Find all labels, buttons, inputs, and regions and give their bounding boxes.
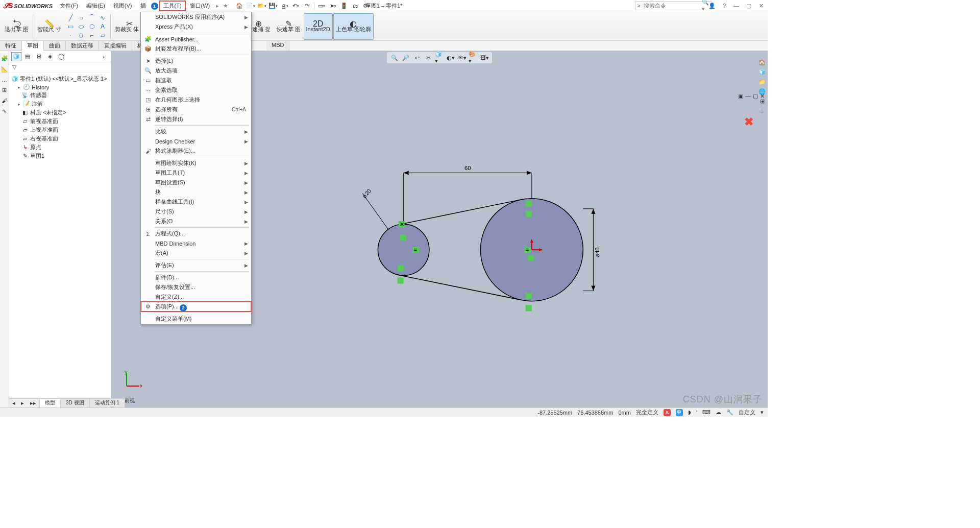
ime-punct-icon[interactable]: ' xyxy=(696,410,697,416)
tree-sensors[interactable]: 📡传感器 xyxy=(10,91,110,100)
exit-sketch-button[interactable]: ⮌退出草 图 xyxy=(2,13,31,40)
qat-undo-icon[interactable]: ↶▾ xyxy=(290,1,301,11)
line-icon[interactable]: ╱ xyxy=(65,14,76,22)
fillet-icon[interactable]: ⌐ xyxy=(87,31,97,39)
dd-save-restore[interactable]: 保存/恢复设置... xyxy=(141,282,251,292)
spline-icon[interactable]: ∿ xyxy=(97,14,108,22)
dd-select-on-geometry[interactable]: ◳在几何图形上选择 xyxy=(141,95,251,105)
tree-history[interactable]: ▸🕘History xyxy=(10,83,110,91)
minimize-button[interactable]: — xyxy=(732,1,741,10)
tab-mbd[interactable]: MBD xyxy=(266,41,289,51)
doc-close-icon[interactable]: ✕ xyxy=(760,93,765,100)
dd-mbd-dimension[interactable]: MBD Dimension▶ xyxy=(141,238,251,248)
dd-xpress[interactable]: Xpress 产品(X)▶ xyxy=(141,22,251,32)
menu-edit[interactable]: 编辑(E) xyxy=(82,1,109,11)
qat-cursor-icon[interactable]: ➤▾ xyxy=(328,1,338,11)
search-input[interactable] xyxy=(642,3,700,9)
polygon-icon[interactable]: ⬡ xyxy=(87,22,97,31)
text-icon[interactable]: A xyxy=(97,22,108,31)
tab-data-migration[interactable]: 数据迁移 xyxy=(66,41,99,51)
menu-overflow-icon[interactable]: ▸ xyxy=(214,3,221,9)
menu-view[interactable]: 视图(V) xyxy=(109,1,136,11)
bt-prev-icon[interactable]: ◂ xyxy=(12,400,15,406)
qat-redo-icon[interactable]: ↷ xyxy=(302,1,312,11)
doc-min-icon[interactable]: — xyxy=(745,93,751,100)
tab-surface[interactable]: 曲面 xyxy=(44,41,66,51)
bottom-tab-model[interactable]: 模型 xyxy=(40,399,61,407)
qat-open-icon[interactable]: 📂▾ xyxy=(257,1,267,11)
lt-icon-1[interactable]: 🧩 xyxy=(1,55,8,62)
close-button[interactable]: ✕ xyxy=(756,1,766,10)
tree-tab-property-icon[interactable]: ▤ xyxy=(22,52,33,61)
tree-annotations[interactable]: ▸📝注解 xyxy=(10,100,110,108)
tree-tab-config-icon[interactable]: ⊞ xyxy=(34,52,44,61)
lt-icon-3[interactable]: … xyxy=(2,77,7,83)
dd-compare[interactable]: 比较▶ xyxy=(141,127,251,136)
tree-origin[interactable]: ↳原点 xyxy=(10,143,110,152)
menu-file[interactable]: 文件(F) xyxy=(56,1,82,11)
status-dropdown-icon[interactable]: ▾ xyxy=(761,409,764,416)
circle-icon[interactable]: ○ xyxy=(76,14,86,22)
dd-macro[interactable]: 宏(A)▶ xyxy=(141,248,251,258)
slot-icon[interactable]: ⬭ xyxy=(76,22,86,31)
user-icon[interactable]: 👤 xyxy=(707,1,717,10)
menu-window[interactable]: 窗口(W) xyxy=(186,1,214,11)
lt-icon-6[interactable]: ∿ xyxy=(2,108,7,114)
tab-feature[interactable]: 特征 xyxy=(0,41,22,51)
qat-print-icon[interactable]: 🖨▾ xyxy=(279,1,289,11)
rapid-sketch-button[interactable]: ✎快速草 图 xyxy=(274,13,303,40)
dd-customize[interactable]: 自定义(Z)... xyxy=(141,292,251,302)
qat-new-icon[interactable]: 📄▾ xyxy=(246,1,256,11)
ime-half-icon[interactable]: ◗ xyxy=(688,409,691,416)
shade-sketch-button[interactable]: ◐上色草 图轮廓 xyxy=(333,13,374,40)
status-custom[interactable]: 自定义 xyxy=(739,409,755,416)
arc-icon[interactable]: ⌒ xyxy=(87,14,97,22)
maximize-button[interactable]: ▢ xyxy=(744,1,753,10)
dd-addins[interactable]: 插件(D)... xyxy=(141,273,251,282)
dd-sketch-settings[interactable]: 草图设置(S)▶ xyxy=(141,178,251,187)
bt-last-icon[interactable]: ▸▸ xyxy=(30,400,36,406)
lt-icon-5[interactable]: 🖌 xyxy=(2,98,7,104)
smart-dimension-button[interactable]: 📏智能尺 寸 xyxy=(35,13,64,40)
dd-blocks[interactable]: 块▶ xyxy=(141,187,251,197)
menu-insert[interactable]: 插 xyxy=(136,1,150,11)
tab-sketch[interactable]: 草图 xyxy=(22,41,44,51)
qat-options-icon[interactable]: 🗂 xyxy=(350,1,360,11)
tab-direct-edit[interactable]: 直接编辑 xyxy=(99,41,132,51)
tree-plane-front[interactable]: ▱前视基准面 xyxy=(10,117,110,126)
tree-plane-top[interactable]: ▱上视基准面 xyxy=(10,126,110,134)
qat-save-icon[interactable]: 💾▾ xyxy=(268,1,278,11)
menu-pin-icon[interactable]: ★ xyxy=(221,3,230,9)
dd-sketch-tools[interactable]: 草图工具(T)▶ xyxy=(141,168,251,178)
point-icon[interactable]: · xyxy=(65,31,76,39)
dd-sketch-entities[interactable]: 草图绘制实体(K)▶ xyxy=(141,158,251,168)
rect-icon[interactable]: ▭ xyxy=(65,22,76,31)
dd-spline-tools[interactable]: 样条曲线工具(I)▶ xyxy=(141,197,251,207)
qat-rebuild-icon[interactable]: 🚦 xyxy=(339,1,349,11)
command-search[interactable]: > 🔍▾ xyxy=(635,1,712,10)
ellipse-icon[interactable]: ⬯ xyxy=(76,31,86,39)
ime-cloud-icon[interactable]: ☁ xyxy=(716,409,721,416)
instant2d-button[interactable]: 2DInstant2D xyxy=(304,13,333,40)
dd-solidworks-apps[interactable]: SOLIDWORKS 应用程序(A)▶ xyxy=(141,12,251,22)
dd-custom-menu[interactable]: 自定义菜单(M) xyxy=(141,314,251,324)
qat-select-icon[interactable]: ▭▾ xyxy=(316,1,327,11)
dd-select-all[interactable]: ⊞选择所有Ctrl+A xyxy=(141,105,251,114)
tree-material[interactable]: ◧材质 <未指定> xyxy=(10,108,110,117)
dd-format-painter[interactable]: 🖌格式涂刷器(E)... xyxy=(141,146,251,156)
bottom-tab-motion[interactable]: 运动算例 1 xyxy=(90,399,125,407)
doc-tile-icon[interactable]: ▣ xyxy=(738,93,743,100)
ime-tool-icon[interactable]: 🔧 xyxy=(726,409,733,416)
tree-tab-more-icon[interactable]: › xyxy=(99,52,109,61)
dd-box-select[interactable]: ▭框选取 xyxy=(141,76,251,85)
help-icon[interactable]: ? xyxy=(720,1,729,10)
dd-lasso-select[interactable]: 〰套索选取 xyxy=(141,85,251,95)
dd-evaluate[interactable]: 评估(E)▶ xyxy=(141,260,251,270)
doc-max-icon[interactable]: ▢ xyxy=(753,93,758,100)
ime-sogou-icon[interactable]: S xyxy=(664,409,671,416)
dd-select[interactable]: ➤选择(L) xyxy=(141,56,251,66)
plane-icon[interactable]: ▱ xyxy=(97,31,108,39)
dd-dimensions[interactable]: 尺寸(S)▶ xyxy=(141,207,251,217)
dd-relations[interactable]: 关系(O▶ xyxy=(141,217,251,226)
tree-plane-right[interactable]: ▱右视基准面 xyxy=(10,134,110,143)
